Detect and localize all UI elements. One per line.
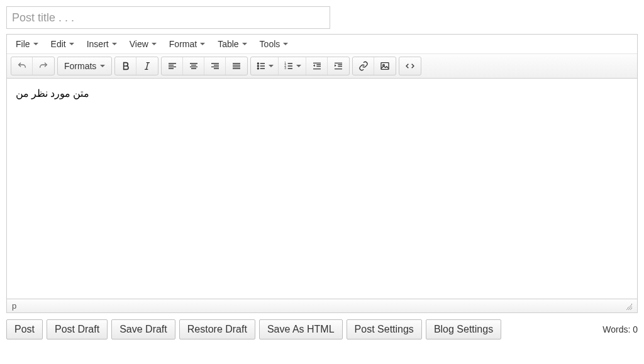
formats-label: Formats — [64, 61, 96, 71]
action-row: Post Post Draft Save Draft Restore Draft… — [6, 319, 638, 339]
menu-file[interactable]: File — [9, 36, 45, 52]
align-right-icon — [210, 61, 220, 71]
align-left-button[interactable] — [162, 57, 183, 75]
post-button[interactable]: Post — [6, 319, 43, 339]
caret-down-icon — [100, 65, 105, 67]
redo-icon — [38, 61, 48, 71]
caret-down-icon — [283, 43, 288, 45]
word-count: Words: 0 — [602, 324, 638, 334]
menu-format[interactable]: Format — [163, 36, 211, 52]
post-settings-button[interactable]: Post Settings — [347, 319, 422, 339]
menu-view-label: View — [130, 39, 148, 49]
content-text: متن مورد نظر من — [16, 88, 89, 99]
indent-button[interactable] — [328, 57, 349, 75]
align-justify-button[interactable] — [226, 57, 247, 75]
menu-table-label: Table — [218, 39, 238, 49]
caret-down-icon — [33, 43, 38, 45]
editor-content[interactable]: متن مورد نظر من — [7, 79, 637, 299]
element-path[interactable]: p — [12, 301, 16, 311]
menu-tools[interactable]: Tools — [253, 36, 295, 52]
redo-button[interactable] — [33, 57, 54, 75]
numbered-list-icon: 123 — [284, 61, 294, 71]
source-code-button[interactable] — [399, 57, 421, 75]
svg-point-19 — [257, 63, 258, 64]
bold-button[interactable] — [115, 57, 136, 75]
bullet-list-icon — [256, 61, 266, 71]
action-buttons: Post Post Draft Save Draft Restore Draft… — [6, 319, 501, 339]
caret-down-icon — [112, 43, 117, 45]
save-html-button[interactable]: Save As HTML — [259, 319, 343, 339]
link-button[interactable] — [353, 57, 374, 75]
menu-format-label: Format — [169, 39, 197, 49]
save-draft-button[interactable]: Save Draft — [111, 319, 175, 339]
undo-button[interactable] — [11, 57, 33, 75]
italic-icon — [142, 61, 152, 71]
caret-down-icon — [296, 65, 301, 67]
caret-down-icon — [200, 43, 205, 45]
post-draft-button[interactable]: Post Draft — [47, 319, 108, 339]
menu-insert-label: Insert — [87, 39, 109, 49]
toolbar: Formats — [7, 54, 637, 79]
code-icon — [405, 61, 415, 71]
numbered-list-button[interactable]: 123 — [279, 57, 306, 75]
indent-icon — [333, 61, 343, 71]
align-left-icon — [167, 61, 177, 71]
menu-view[interactable]: View — [123, 36, 163, 52]
bold-icon — [121, 61, 131, 71]
align-right-button[interactable] — [204, 57, 226, 75]
svg-marker-40 — [335, 64, 336, 67]
svg-point-21 — [257, 68, 258, 69]
menu-file-label: File — [16, 39, 30, 49]
svg-marker-35 — [313, 64, 315, 67]
menubar: File Edit Insert View Format Table Tools — [7, 35, 637, 54]
svg-text:3: 3 — [284, 67, 286, 70]
bullet-list-button[interactable] — [251, 57, 279, 75]
link-icon — [358, 61, 369, 71]
caret-down-icon — [269, 65, 274, 67]
menu-tools-label: Tools — [260, 39, 280, 49]
menu-edit-label: Edit — [51, 39, 66, 49]
align-justify-icon — [231, 61, 242, 71]
undo-icon — [17, 61, 27, 71]
outdent-icon — [312, 61, 322, 71]
image-button[interactable] — [374, 57, 396, 75]
outdent-button[interactable] — [306, 57, 328, 75]
statusbar: p — [7, 299, 637, 312]
caret-down-icon — [152, 43, 157, 45]
caret-down-icon — [69, 43, 74, 45]
resize-handle-icon[interactable] — [625, 302, 632, 310]
post-title-input[interactable] — [6, 6, 330, 29]
align-center-icon — [189, 61, 199, 71]
restore-draft-button[interactable]: Restore Draft — [179, 319, 255, 339]
svg-rect-41 — [381, 63, 389, 70]
italic-button[interactable] — [136, 57, 158, 75]
svg-point-20 — [257, 65, 258, 67]
image-icon — [380, 61, 390, 71]
editor-container: File Edit Insert View Format Table Tools… — [6, 34, 638, 313]
menu-edit[interactable]: Edit — [45, 36, 80, 52]
blog-settings-button[interactable]: Blog Settings — [426, 319, 501, 339]
formats-dropdown[interactable]: Formats — [58, 57, 111, 75]
menu-table[interactable]: Table — [211, 36, 253, 52]
svg-line-2 — [147, 63, 148, 70]
caret-down-icon — [242, 43, 247, 45]
align-center-button[interactable] — [183, 57, 204, 75]
menu-insert[interactable]: Insert — [80, 36, 123, 52]
